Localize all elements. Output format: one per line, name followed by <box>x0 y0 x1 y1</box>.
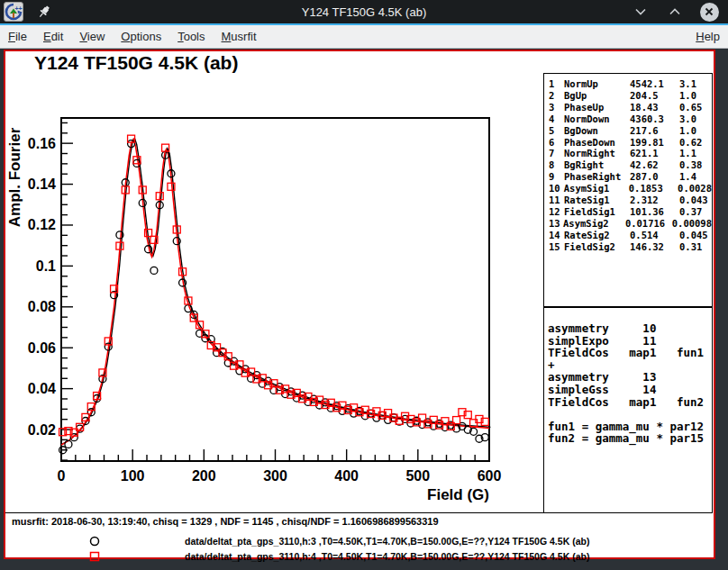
app-window: ++ Y124 TF150G 4.5K (ab) <box>0 0 728 570</box>
menu-file[interactable]: File <box>0 26 35 47</box>
data-point-circle <box>65 440 72 448</box>
legend-label: data/deltat_pta_gps_3110,h:3 ,T0=4.50K,T… <box>185 536 589 547</box>
menu-edit[interactable]: Edit <box>35 26 71 47</box>
y-tick-label: 0.12 <box>28 217 56 232</box>
y-tick-label: 0.14 <box>28 176 56 192</box>
x-tick-label: 100 <box>121 468 145 484</box>
x-tick-label: 500 <box>405 468 430 484</box>
x-tick-label: 200 <box>192 468 216 484</box>
data-point-circle <box>185 305 192 312</box>
y-tick-label: 0.16 <box>28 136 56 151</box>
param-row: 5BgDown217.61.0 <box>549 125 712 137</box>
y-tick-label: 0.1 <box>36 258 56 274</box>
param-row: 8BgRight42.620.38 <box>549 159 712 171</box>
menu-view[interactable]: View <box>71 26 113 47</box>
y-tick-label: 0.04 <box>28 381 56 396</box>
close-icon <box>704 6 714 17</box>
legend-square-marker <box>88 550 101 563</box>
menu-options[interactable]: Options <box>113 26 169 47</box>
param-row: 13AsymSig20.017160.00098 <box>549 218 712 230</box>
param-row: 6PhaseDown199.810.62 <box>549 137 712 149</box>
menu-help[interactable]: Help <box>687 26 728 47</box>
param-row: 14RateSig20.5140.045 <box>549 230 712 241</box>
legend-label: data/deltat_pta_gps_3110,h:4 ,T0=4.50K,T… <box>185 551 589 562</box>
param-row: 1NormUp4542.13.1 <box>549 78 712 90</box>
param-row: 7NormRight621.11.1 <box>549 148 712 159</box>
param-row: 12FieldSig1101.360.37 <box>549 206 712 218</box>
pin-icon[interactable] <box>36 4 52 20</box>
param-row: 3PhaseUp18.430.65 <box>549 102 712 113</box>
minimize-button[interactable] <box>631 2 651 22</box>
theory-box[interactable]: asymmetry 10 simplExpo 11 TFieldCos map1… <box>543 307 713 513</box>
window-title: Y124 TF150G 4.5K (ab) <box>0 5 728 19</box>
chevron-down-icon <box>633 5 648 19</box>
param-row: 10AsymSig10.18530.0028 <box>549 183 712 195</box>
y-tick-label: 0.02 <box>28 422 56 438</box>
close-button[interactable] <box>699 2 719 22</box>
fit-curve-red <box>61 140 489 446</box>
chevron-up-icon <box>668 5 682 19</box>
menu-tools[interactable]: Tools <box>169 26 213 47</box>
maximize-button[interactable] <box>665 2 685 22</box>
y-tick-label: 0.06 <box>28 340 56 356</box>
titlebar[interactable]: ++ Y124 TF150G 4.5K (ab) <box>0 0 728 23</box>
fit-curve-black <box>62 139 490 445</box>
param-row: 15FieldSig2146.320.31 <box>549 241 712 253</box>
legend-entry: data/deltat_pta_gps_3110,h:4 ,T0=4.50K,T… <box>5 549 708 564</box>
legend-circle-marker <box>88 535 101 547</box>
x-axis-title: Field (G) <box>427 486 489 503</box>
fit-status-text: musrfit: 2018-06-30, 13:19:40, chisq = 1… <box>12 516 439 527</box>
fourier-spectrum-chart[interactable]: 01002003004005006000.020.040.060.080.10.… <box>5 51 543 512</box>
legend-entry: data/deltat_pta_gps_3110,h:3 ,T0=4.50K,T… <box>5 534 708 548</box>
param-row: 11RateSig12.3120.043 <box>549 195 712 206</box>
y-axis-title: Ampl. Fourier <box>6 127 23 227</box>
root-canvas[interactable]: Y124 TF150G 4.5K (ab) 010020030040050060… <box>4 50 715 559</box>
menubar: FileEditViewOptionsToolsMusrfit Help <box>0 25 728 49</box>
x-tick-label: 600 <box>478 468 502 484</box>
param-row: 9PhaseRight287.01.4 <box>549 171 712 183</box>
pad-separator <box>5 512 544 513</box>
svg-text:++: ++ <box>15 5 23 12</box>
root-logo-icon: ++ <box>4 2 23 22</box>
x-tick-label: 400 <box>334 468 359 484</box>
menu-musrfit[interactable]: Musrfit <box>214 26 265 47</box>
param-row: 4NormDown4360.33.0 <box>549 113 712 125</box>
data-point-circle <box>150 267 158 274</box>
x-tick-label: 300 <box>263 468 287 484</box>
y-tick-label: 0.08 <box>28 299 56 314</box>
fit-parameter-box[interactable]: 1NormUp4542.13.12BgUp204.51.03PhaseUp18.… <box>543 73 713 307</box>
plot-frame <box>61 118 489 461</box>
x-tick-label: 0 <box>58 468 66 484</box>
theory-text: asymmetry 10 simplExpo 11 TFieldCos map1… <box>548 322 712 445</box>
param-row: 2BgUp204.51.0 <box>549 90 712 102</box>
